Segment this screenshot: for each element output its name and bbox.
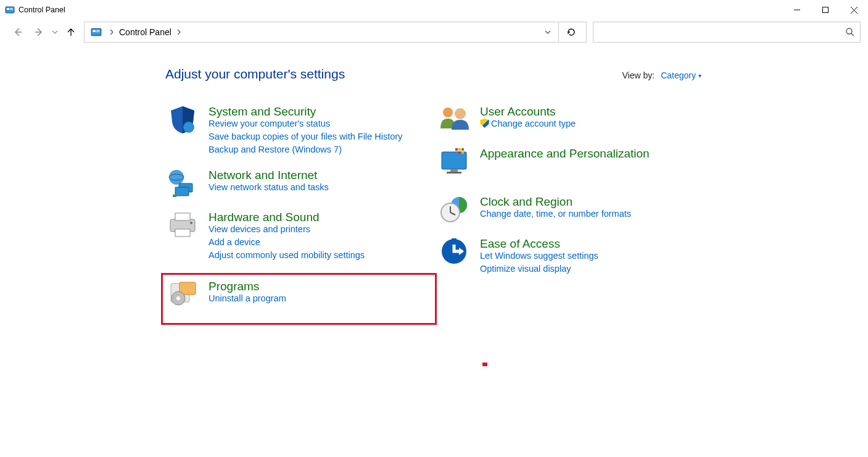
svg-rect-20 [175, 187, 189, 196]
svg-line-15 [851, 33, 854, 36]
svg-rect-38 [455, 151, 458, 154]
svg-rect-32 [442, 152, 466, 169]
clock-icon [437, 195, 471, 226]
chevron-down-icon: ▾ [698, 72, 701, 79]
category-hardware: Hardware and Sound View devices and prin… [165, 211, 437, 263]
close-button[interactable] [840, 1, 868, 19]
chevron-right-icon[interactable] [176, 29, 181, 35]
category-clock: Clock and Region Change date, time, or n… [437, 195, 708, 226]
programs-icon [165, 280, 200, 311]
left-column: System and Security Review your computer… [165, 105, 437, 331]
svg-rect-46 [452, 238, 457, 245]
app-icon [5, 5, 15, 15]
svg-rect-40 [461, 151, 464, 154]
svg-rect-24 [175, 229, 190, 237]
chevron-right-icon[interactable] [109, 29, 114, 35]
system-link-filehistory[interactable]: Save backup copies of your files with Fi… [209, 132, 402, 141]
svg-rect-2 [10, 8, 13, 9]
ease-link-suggest[interactable]: Let Windows suggest settings [480, 251, 598, 261]
content: Adjust your computer's settings View by:… [0, 49, 868, 331]
ease-title[interactable]: Ease of Access [480, 237, 560, 250]
maximize-button[interactable] [811, 1, 840, 19]
system-security-title[interactable]: System and Security [209, 105, 316, 118]
svg-rect-5 [823, 7, 829, 13]
address-bar[interactable]: Control Panel [84, 22, 587, 43]
users-title[interactable]: User Accounts [480, 105, 556, 118]
svg-rect-23 [175, 213, 190, 220]
ease-link-optimize[interactable]: Optimize visual display [480, 264, 598, 274]
minimize-button[interactable] [783, 1, 811, 19]
programs-title[interactable]: Programs [209, 280, 259, 293]
titlebar: Control Panel [0, 0, 868, 20]
svg-rect-11 [93, 30, 96, 32]
clock-link-formats[interactable]: Change date, time, or number formats [480, 209, 631, 219]
hardware-title[interactable]: Hardware and Sound [209, 211, 320, 224]
svg-point-14 [846, 28, 852, 34]
page-title: Adjust your computer's settings [165, 67, 345, 82]
network-icon [165, 169, 200, 199]
printer-icon [165, 211, 200, 241]
svg-rect-37 [461, 148, 464, 151]
back-button[interactable] [7, 22, 28, 43]
location-icon [89, 25, 103, 39]
monitor-icon [437, 147, 471, 178]
svg-rect-35 [455, 148, 458, 151]
svg-point-16 [183, 122, 194, 133]
viewby-label: View by: [622, 70, 655, 80]
network-title[interactable]: Network and Internet [209, 169, 317, 182]
svg-rect-13 [96, 31, 100, 32]
svg-point-25 [190, 222, 192, 224]
recent-dropdown[interactable] [49, 22, 60, 43]
up-button[interactable] [60, 22, 81, 43]
programs-link-uninstall[interactable]: Uninstall a program [209, 293, 286, 303]
forward-button[interactable] [28, 22, 49, 43]
svg-rect-21 [173, 195, 176, 197]
viewby-dropdown[interactable]: Category ▾ [661, 70, 701, 80]
category-programs: Programs Uninstall a program [161, 273, 437, 325]
search-input[interactable] [593, 22, 861, 43]
hardware-link-mobility[interactable]: Adjust commonly used mobility settings [209, 250, 365, 260]
svg-rect-39 [458, 151, 461, 154]
refresh-button[interactable] [558, 22, 584, 42]
appearance-title[interactable]: Appearance and Personalization [480, 147, 650, 160]
red-mark [482, 363, 487, 366]
viewby-value: Category [661, 70, 696, 80]
svg-point-17 [169, 170, 184, 185]
svg-rect-1 [7, 8, 9, 10]
svg-point-30 [443, 107, 453, 117]
network-link-status[interactable]: View network status and tasks [209, 182, 329, 192]
right-column: User Accounts Change account type Appear… [437, 105, 708, 331]
svg-rect-36 [458, 148, 461, 151]
category-appearance: Appearance and Personalization [437, 147, 708, 178]
addressbar-dropdown[interactable] [539, 23, 557, 41]
svg-rect-34 [447, 172, 461, 174]
svg-rect-12 [96, 30, 100, 31]
hardware-link-adddevice[interactable]: Add a device [209, 237, 365, 247]
category-network: Network and Internet View network status… [165, 169, 437, 199]
system-link-status[interactable]: Review your computer's status [209, 119, 402, 128]
users-icon [437, 105, 471, 136]
svg-rect-33 [450, 169, 458, 172]
breadcrumb-control-panel[interactable]: Control Panel [118, 26, 173, 38]
category-system-security: System and Security Review your computer… [165, 105, 437, 157]
svg-point-31 [455, 108, 466, 119]
shield-icon [165, 105, 200, 136]
ease-icon [437, 237, 471, 268]
svg-point-29 [176, 296, 180, 300]
toolbar: Control Panel [0, 20, 868, 49]
users-link-changetype[interactable]: Change account type [480, 119, 576, 128]
search-icon [845, 27, 855, 37]
system-link-backup[interactable]: Backup and Restore (Windows 7) [209, 145, 402, 154]
category-users: User Accounts Change account type [437, 105, 708, 136]
hardware-link-devices[interactable]: View devices and printers [209, 224, 365, 234]
svg-rect-3 [10, 9, 13, 10]
window-title: Control Panel [19, 6, 65, 14]
clock-title[interactable]: Clock and Region [480, 195, 572, 208]
category-ease: Ease of Access Let Windows suggest setti… [437, 237, 708, 277]
